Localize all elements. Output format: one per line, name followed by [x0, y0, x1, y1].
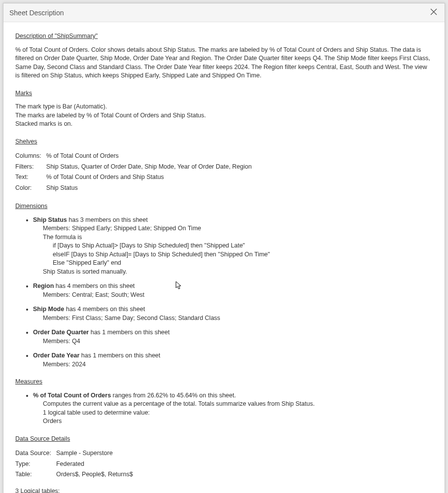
dim-formula-line: if [Days to Ship Actual]> [Days to Ship …: [53, 242, 433, 250]
shelves-filters-val: Ship Status, Quarter of Order Date, Ship…: [46, 162, 257, 173]
dialog-title: Sheet Description: [9, 9, 64, 17]
ds-table-key: Table:: [15, 469, 56, 480]
measures-list: % of Total Count of Orders ranges from 2…: [15, 391, 433, 426]
dim-formula-line: elseIF [Days to Ship Actual]= [Days to S…: [53, 250, 433, 259]
dialog-body: Description of "ShipSummary" % of Total …: [3, 22, 445, 493]
dimensions-list: Ship Status has 3 members on this sheet …: [15, 216, 433, 369]
dimension-order-date-year: Order Date Year has 1 members on this sh…: [33, 352, 433, 369]
dim-name: Order Date Year: [33, 352, 79, 359]
dim-formula-intro: The formula is: [43, 233, 433, 242]
measure-table: Orders: [43, 417, 433, 426]
ds-table-val: Orders$, People$, Returns$: [56, 469, 138, 480]
dim-tail: has 1 members on this sheet: [89, 329, 170, 336]
shelves-columns-key: Columns:: [15, 151, 46, 162]
dim-formula-line: Else "Shipped Early" end: [53, 259, 433, 268]
measure-item: % of Total Count of Orders ranges from 2…: [33, 391, 433, 426]
dim-members: Members: Central; East; South; West: [43, 291, 433, 300]
dim-tail: has 3 members on this sheet: [67, 216, 148, 223]
measure-tail: ranges from 26.62% to 45.64% on this she…: [111, 392, 236, 399]
dim-tail: has 4 members on this sheet: [54, 282, 135, 289]
measures-heading: Measures: [15, 378, 433, 387]
datasource-table: Data Source: Sample - Superstore Type: F…: [15, 448, 138, 480]
ds-key: Data Source:: [15, 448, 56, 459]
description-heading: Description of "ShipSummary": [15, 32, 433, 41]
marks-heading: Marks: [15, 89, 433, 98]
dialog-header: Sheet Description: [3, 3, 445, 22]
dim-name: Order Date Quarter: [33, 329, 89, 336]
logical-tables-intro: 3 Logical tables:: [15, 487, 433, 493]
dim-name: Region: [33, 282, 54, 289]
dim-members: Members: Shipped Early; Shipped Late; Sh…: [43, 224, 433, 233]
dimension-ship-mode: Ship Mode has 4 members on this sheet Me…: [33, 305, 433, 322]
measure-logical: 1 logical table used to determine value:: [43, 409, 433, 418]
sheet-description-dialog: Sheet Description Description of "ShipSu…: [3, 3, 445, 493]
dim-tail: has 1 members on this sheet: [79, 352, 160, 359]
dim-name: Ship Status: [33, 216, 67, 223]
shelves-heading: Shelves: [15, 138, 433, 146]
shelves-text-key: Text:: [15, 172, 46, 183]
shelves-filters-key: Filters:: [15, 162, 46, 173]
shelves-text-val: % of Total Count of Orders and Ship Stat…: [46, 172, 257, 183]
ds-type-key: Type:: [15, 459, 56, 470]
dimensions-heading: Dimensions: [15, 202, 433, 211]
datasource-heading: Data Source Details: [15, 435, 433, 444]
close-icon: [430, 8, 437, 17]
ds-val: Sample - Superstore: [56, 448, 138, 459]
description-body: % of Total Count of Orders. Color shows …: [15, 46, 433, 80]
close-button[interactable]: [429, 8, 439, 18]
dim-tail: has 4 members on this sheet: [64, 306, 145, 313]
dim-name: Ship Mode: [33, 306, 64, 313]
dim-sort-note: Ship Status is sorted manually.: [43, 268, 433, 277]
marks-line: The marks are labeled by % of Total Coun…: [15, 111, 433, 120]
dim-members: Members: First Class; Same Day; Second C…: [43, 314, 433, 323]
ds-type-val: Federated: [56, 459, 138, 470]
marks-line: Stacked marks is on.: [15, 120, 433, 129]
dimension-region: Region has 4 members on this sheet Membe…: [33, 282, 433, 299]
dim-members: Members: 2024: [43, 360, 433, 369]
shelves-table: Columns: % of Total Count of Orders Filt…: [15, 151, 257, 193]
dimension-ship-status: Ship Status has 3 members on this sheet …: [33, 216, 433, 277]
shelves-columns-val: % of Total Count of Orders: [46, 151, 257, 162]
shelves-color-key: Color:: [15, 183, 46, 194]
measure-name: % of Total Count of Orders: [33, 392, 111, 399]
dimension-order-date-quarter: Order Date Quarter has 1 members on this…: [33, 328, 433, 346]
marks-line: The mark type is Bar (Automatic).: [15, 103, 433, 111]
shelves-color-val: Ship Status: [46, 183, 257, 194]
measure-computes: Computes the current value as a percenta…: [43, 400, 433, 409]
dim-members: Members: Q4: [43, 337, 433, 346]
